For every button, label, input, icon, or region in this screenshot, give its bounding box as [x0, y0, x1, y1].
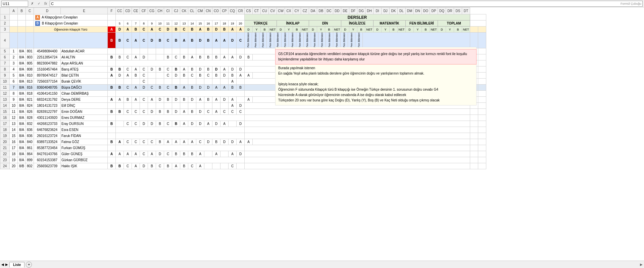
s9-results	[253, 97, 470, 103]
row-num-10: 10	[0, 79, 10, 85]
col-DD[interactable]: DD	[333, 8, 341, 14]
col-CO[interactable]: CO	[212, 8, 220, 14]
col-D[interactable]: D	[34, 8, 61, 14]
name-box[interactable]	[1, 1, 28, 7]
s11-sinif: 8/A	[18, 109, 26, 115]
col-CK[interactable]: CK	[180, 8, 188, 14]
table-row: 24 20 8/B 802 25665623739 Hakkı IŞIK B B…	[0, 163, 486, 169]
col-CN[interactable]: CN	[204, 8, 212, 14]
col-A[interactable]: A	[10, 8, 18, 14]
s13-tc: 44268123733	[34, 121, 61, 127]
s1-a10	[188, 48, 196, 54]
col-DJ[interactable]: DJ	[382, 8, 390, 14]
col-CE[interactable]: CE	[132, 8, 140, 14]
s6-kit	[108, 79, 116, 85]
col-B[interactable]: B	[18, 8, 26, 14]
s10-name: Elif DİNÇ	[61, 103, 108, 109]
cell-2a	[10, 20, 18, 27]
col-CI[interactable]: CI	[164, 8, 172, 14]
s18-a5: A	[148, 151, 156, 157]
col-CJ[interactable]: CJ	[172, 8, 180, 14]
row-num-11: 11	[0, 85, 10, 91]
col-CY[interactable]: CY	[293, 8, 301, 14]
s17-answers	[116, 145, 245, 151]
s7-a16: B	[237, 85, 245, 91]
col-CP[interactable]: CP	[220, 8, 229, 14]
col-DC[interactable]: DC	[325, 8, 333, 14]
s11-a16: C	[237, 109, 245, 115]
col-CH[interactable]: CH	[156, 8, 164, 14]
key-a-6: C	[156, 27, 164, 33]
s12-numara: 828	[26, 115, 34, 121]
col-CQ[interactable]: CQ	[229, 8, 237, 14]
col-DB[interactable]: DB	[317, 8, 325, 14]
s15-answers	[116, 133, 245, 139]
key-a-8: B	[172, 27, 180, 33]
col-DH[interactable]: DH	[365, 8, 374, 14]
col-DQ[interactable]: DQ	[438, 8, 446, 14]
s2-a11: B	[196, 54, 204, 60]
col-CU[interactable]: CU	[261, 8, 269, 14]
col-E[interactable]: E	[61, 8, 108, 14]
col-DS[interactable]: DS	[454, 8, 462, 14]
toplam-header: TOPLAM	[438, 20, 470, 27]
col-DA[interactable]: DA	[309, 8, 317, 14]
formula-input[interactable]	[50, 1, 643, 7]
col-DG[interactable]: DG	[357, 8, 365, 14]
col-CZ[interactable]: CZ	[301, 8, 309, 14]
col-DL[interactable]: DL	[398, 8, 406, 14]
function-icon[interactable]: fx	[43, 1, 48, 6]
col-CM[interactable]: CM	[196, 8, 204, 14]
s7-a13: A	[212, 85, 220, 91]
sh-d4: D	[341, 27, 349, 33]
s6-a1	[116, 79, 124, 85]
row-num-21: 21	[0, 145, 10, 151]
col-DN[interactable]: DN	[414, 8, 422, 14]
col-DT[interactable]: DT	[462, 8, 470, 14]
col-CF[interactable]: CF	[140, 8, 148, 14]
cancel-icon[interactable]: ✗	[30, 1, 35, 6]
col-F[interactable]: F	[108, 8, 116, 14]
col-DP[interactable]: DP	[430, 8, 438, 14]
col-CL[interactable]: CL	[188, 8, 196, 14]
col-DK[interactable]: DK	[390, 8, 398, 14]
s12-no: 12	[10, 115, 18, 121]
confirm-icon[interactable]: ✓	[36, 1, 42, 6]
col-CG[interactable]: CG	[148, 8, 156, 14]
s9-a3: A	[132, 97, 140, 103]
s13-name: Eray DURSUN	[61, 121, 108, 127]
s7-a9: A	[180, 85, 188, 91]
s20-name: Hakkı IŞIK	[61, 163, 108, 169]
col-CT[interactable]: CT	[253, 8, 261, 14]
col-CW[interactable]: CW	[277, 8, 285, 14]
col-CD[interactable]: CD	[124, 8, 132, 14]
s5-a7: C	[164, 73, 172, 79]
table-row: 10 6 8/A 813 72560377154 Burak ÇEVİK CA	[0, 79, 486, 85]
col-DI[interactable]: DI	[374, 8, 382, 14]
key-a-2: A	[124, 27, 132, 33]
s4-a2: C	[124, 66, 132, 73]
s3-no: 3	[10, 60, 18, 66]
cell-4c	[26, 33, 34, 48]
s16-a4: C	[140, 139, 148, 145]
table-row: 16 12 8/A 828 43011143920 Enes DURMAZ	[0, 115, 486, 121]
s7-a3: A	[132, 85, 140, 91]
table-row: 23 19 8/A 899 60154153387 Gürkan GÜRBÜZ	[0, 157, 486, 163]
col-DO[interactable]: DO	[422, 8, 430, 14]
col-DF[interactable]: DF	[349, 8, 357, 14]
row-num-5: 5	[0, 48, 10, 54]
s7-a1: B	[116, 85, 124, 91]
col-CR[interactable]: CR	[237, 8, 245, 14]
col-CV[interactable]: CV	[269, 8, 277, 14]
col-CS[interactable]: CS	[245, 8, 253, 14]
s1-name: Abdullah ACAR	[61, 48, 108, 54]
inkilap-header: İNKILAP	[277, 20, 309, 27]
key-a-11: A	[196, 27, 204, 33]
col-DM[interactable]: DM	[406, 8, 414, 14]
col-DR[interactable]: DR	[446, 8, 454, 14]
col-CC[interactable]: CC	[116, 8, 124, 14]
s20-a1: B	[116, 163, 124, 169]
col-CX[interactable]: CX	[285, 8, 293, 14]
col-DE[interactable]: DE	[341, 8, 349, 14]
col-C[interactable]: C	[26, 8, 34, 14]
